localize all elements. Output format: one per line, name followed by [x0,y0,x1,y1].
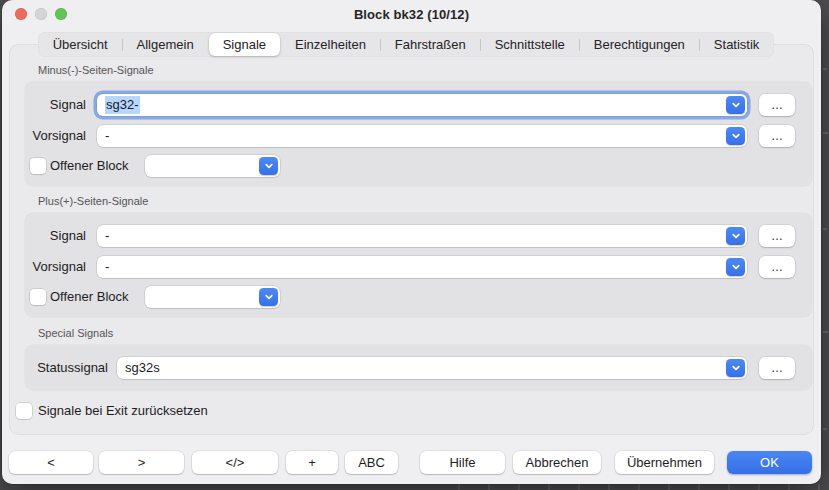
minus-offener-block-dropdown-button[interactable] [259,157,278,175]
minus-signal-dropdown-button[interactable] [726,96,745,114]
help-button[interactable]: Hilfe [420,451,505,474]
plus-offener-block-popup[interactable] [145,286,280,308]
window-title: Block bk32 (10/12) [354,7,469,22]
tab-berechtigungen[interactable]: Berechtigungen [580,33,699,56]
tab-fahrstrassen[interactable]: Fahrstraßen [381,33,480,56]
plus-vorsignal-label: Vorsignal [25,256,86,278]
plus-signal-label: Signal [25,225,86,247]
minus-offener-block-label: Offener Block [50,158,129,174]
plus-vorsignal-dropdown-button[interactable] [726,258,745,276]
statussignal-value: sg32s [125,357,160,379]
minus-signal-label: Signal [25,94,86,116]
prev-button[interactable]: < [9,451,93,474]
minus-offener-block-checkbox[interactable] [30,158,46,174]
tab-schnittstelle[interactable]: Schnittstelle [481,33,579,56]
signale-exit-checkbox[interactable] [16,403,32,419]
minus-vorsignal-dropdown-button[interactable] [726,127,745,145]
signale-exit-label: Signale bei Exit zurücksetzen [38,403,208,419]
plus-signal-combobox[interactable]: - [97,225,747,247]
minus-vorsignal-combobox[interactable]: - [97,125,747,147]
plus-vorsignal-value: - [105,256,109,278]
dialog-window: Block bk32 (10/12) Übersicht Allgemein S… [2,0,821,484]
plus-section-title: Plus(+)-Seiten-Signale [38,195,148,207]
tab-einzelheiten[interactable]: Einzelheiten [281,33,380,56]
minimize-button [35,8,47,20]
tab-signale[interactable]: Signale [209,33,280,56]
statussignal-label: Statussignal [25,357,108,379]
minus-signal-combobox[interactable]: sg32- [97,94,747,116]
minus-signal-more-button[interactable]: … [759,94,795,116]
chevron-down-icon [731,100,741,110]
background-window-stripes [430,484,829,490]
chevron-down-icon [731,131,741,141]
chevron-down-icon [264,161,274,171]
plus-signal-more-button[interactable]: … [759,225,795,247]
minus-vorsignal-label: Vorsignal [25,125,86,147]
minus-vorsignal-value: - [105,125,109,147]
chevron-down-icon [731,262,741,272]
special-section-groupbox: Statussignal sg32s … [25,345,812,390]
statussignal-more-button[interactable]: … [759,357,795,379]
ok-button[interactable]: OK [727,451,812,474]
plus-vorsignal-combobox[interactable]: - [97,256,747,278]
tab-allgemein[interactable]: Allgemein [123,33,208,56]
statussignal-dropdown-button[interactable] [726,359,745,377]
tab-content-panel: Minus(-)-Seiten-Signale Signal sg32- … V… [10,45,813,434]
close-button[interactable] [15,8,27,20]
chevron-down-icon [731,363,741,373]
plus-offener-block-dropdown-button[interactable] [259,288,278,306]
add-button[interactable]: + [286,451,338,474]
title-bar: Block bk32 (10/12) [2,0,821,29]
minus-offener-block-popup[interactable] [145,155,280,177]
plus-offener-block-label: Offener Block [50,289,129,305]
statussignal-combobox[interactable]: sg32s [117,357,747,379]
plus-offener-block-checkbox[interactable] [30,289,46,305]
plus-section-groupbox: Signal - … Vorsignal - … Offener Block [25,213,812,317]
tab-bar: Übersicht Allgemein Signale Einzelheiten… [2,32,810,57]
special-section-title: Special Signals [38,327,113,339]
next-button[interactable]: > [99,451,184,474]
plus-vorsignal-more-button[interactable]: … [759,256,795,278]
minus-section-groupbox: Signal sg32- … Vorsignal - … Offener Blo… [25,82,812,186]
minus-signal-value: sg32- [105,94,140,116]
apply-button[interactable]: Übernehmen [615,451,714,474]
minus-vorsignal-more-button[interactable]: … [759,125,795,147]
chevron-down-icon [731,231,741,241]
plus-signal-value: - [105,225,109,247]
chevron-down-icon [264,292,274,302]
cancel-button[interactable]: Abbrechen [513,451,601,474]
zoom-button[interactable] [55,8,67,20]
abc-button[interactable]: ABC [345,451,398,474]
code-button[interactable]: </> [192,451,278,474]
plus-signal-dropdown-button[interactable] [726,227,745,245]
tab-uebersicht[interactable]: Übersicht [39,33,122,56]
minus-section-title: Minus(-)-Seiten-Signale [38,64,154,76]
tab-statistik[interactable]: Statistik [700,33,774,56]
